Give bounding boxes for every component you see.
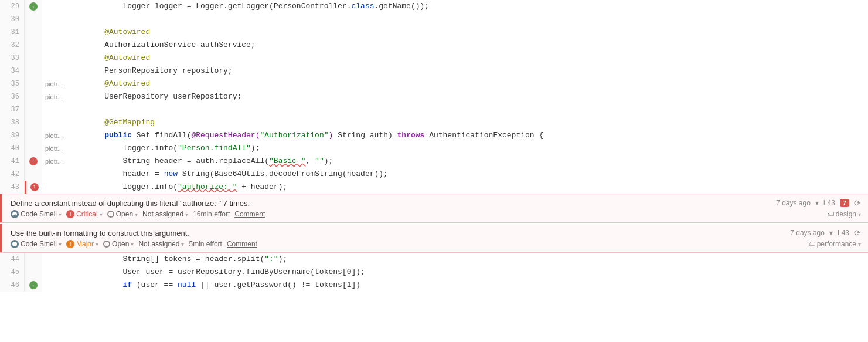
gutter-badge-red2[interactable]: ↑ (30, 183, 39, 191)
tag-icon-2: 🏷 (808, 240, 815, 248)
line-number: 40 (0, 142, 25, 155)
issue-title-1: Define a constant instead of duplicating… (11, 199, 250, 208)
gutter-col (25, 26, 42, 39)
gutter-badge-red[interactable]: ↑ (29, 157, 38, 165)
author-col (42, 116, 80, 129)
major-chevron-2: ▾ (96, 241, 98, 248)
tag-label-1: design (836, 210, 856, 218)
code-content: header = new String(Base64Utils.decodeFr… (80, 168, 868, 181)
author-col (42, 253, 80, 266)
tag-performance-2[interactable]: 🏷 performance ▾ (808, 240, 861, 248)
issue-title-2: Use the built-in formatting to construct… (11, 229, 189, 238)
tag-icon-1: 🏷 (827, 210, 834, 218)
line-number: 37 (0, 103, 25, 116)
author-col (42, 39, 80, 52)
code-content: logger.info("authorize: " + header); (80, 181, 868, 194)
issue-time-chevron-1[interactable]: ▾ (815, 199, 819, 207)
code-content (80, 13, 868, 26)
issue-line-1: L43 (823, 199, 835, 207)
gutter-col (25, 116, 42, 129)
author-col (42, 0, 80, 13)
comment-link-2[interactable]: Comment (227, 240, 257, 248)
issue-line-2: L43 (838, 229, 849, 237)
issue-meta-1: 7 days ago ▾ L43 7 ⟳ (776, 198, 861, 208)
code-line: 29 ↓ Logger logger = Logger.getLogger(Pe… (0, 0, 868, 13)
code-smell-icon-2 (11, 240, 19, 248)
tag-major-2[interactable]: ! Major ▾ (66, 240, 98, 248)
code-smell-label-2: Code Smell (21, 240, 57, 248)
line-number: 35 (0, 77, 25, 90)
line-number: 43 (0, 181, 25, 194)
author-col (42, 13, 80, 26)
gutter-col: ↑ (25, 155, 42, 168)
code-smell-chevron-2: ▾ (59, 241, 62, 248)
code-line: 46 ↓ if (user == null || user.getPasswor… (0, 279, 868, 292)
code-line: 40 piotr... logger.info("Person.findAll"… (0, 142, 868, 155)
tag-open-1[interactable]: Open ▾ (107, 210, 138, 218)
gutter-col: ↑ (25, 181, 42, 194)
gutter-col (25, 168, 42, 181)
tag-code-smell-1[interactable]: ☁ Code Smell ▾ (11, 210, 62, 218)
author-col (42, 279, 80, 292)
major-label-2: Major (76, 240, 94, 248)
open-label-2: Open (112, 240, 129, 248)
comment-link-1[interactable]: Comment (234, 210, 265, 218)
code-line: 41 ↑ piotr... String header = auth.repla… (0, 155, 868, 168)
code-content: public Set findAll(@RequestHeader("Autho… (80, 129, 868, 142)
line-number: 39 (0, 129, 25, 142)
svg-point-2 (12, 242, 17, 246)
code-line: 38 @GetMapping (0, 116, 868, 129)
gutter-col (25, 65, 42, 77)
tag-open-2[interactable]: Open ▾ (103, 240, 134, 248)
line-number: 33 (0, 52, 25, 65)
gutter-col (25, 13, 42, 26)
gutter-col (25, 39, 42, 52)
tag-code-smell-2[interactable]: Code Smell ▾ (11, 240, 62, 248)
gutter-badge-green2[interactable]: ↓ (29, 281, 38, 289)
tag-design-1[interactable]: 🏷 design ▾ (827, 210, 861, 218)
code-content: User user = userRepository.findByUsernam… (80, 266, 868, 279)
author-col (42, 168, 80, 181)
issue-time-chevron-2[interactable]: ▾ (829, 229, 833, 237)
line-number: 34 (0, 65, 25, 77)
tag-chevron-1: ▾ (858, 211, 861, 218)
assignee-chevron-1: ▾ (185, 211, 188, 218)
issue-tags-row-1: ☁ Code Smell ▾ ! Critical ▾ Open (11, 210, 861, 218)
assignee-label-1: Not assigned (142, 210, 183, 218)
issue-sync-2[interactable]: ⟳ (854, 228, 861, 238)
tag-critical-1[interactable]: ! Critical ▾ (66, 210, 103, 218)
issue-content-1: Define a constant instead of duplicating… (2, 194, 868, 222)
issue-sync-1[interactable]: ⟳ (854, 198, 861, 208)
code-line: 36 piotr... UserRepository userRepositor… (0, 90, 868, 103)
critical-label-1: Critical (76, 210, 98, 218)
line-number: 36 (0, 90, 25, 103)
tag-assignee-1[interactable]: Not assigned ▾ (142, 210, 188, 218)
critical-icon-1: ! (66, 210, 74, 218)
open-icon-2 (103, 241, 110, 248)
effort-2: 5min effort (189, 240, 222, 248)
line-number: 29 (0, 0, 25, 13)
assignee-chevron-2: ▾ (181, 241, 184, 248)
code-content: String[] tokens = header.split(":"); (80, 253, 868, 266)
code-area-bottom: 44 String[] tokens = header.split(":"); … (0, 253, 868, 292)
gutter-col: ↓ (25, 279, 42, 292)
gutter-badge-green[interactable]: ↓ (29, 2, 38, 11)
code-line: 45 User user = userRepository.findByUser… (0, 266, 868, 279)
gutter-col (25, 266, 42, 279)
svg-text:☁: ☁ (13, 212, 17, 216)
open-icon-1 (107, 211, 114, 218)
code-content: @Autowired (80, 26, 868, 39)
assignee-label-2: Not assigned (138, 240, 179, 248)
major-icon-2: ! (66, 240, 74, 248)
open-label-1: Open (116, 210, 133, 218)
issue-tags-row-2: Code Smell ▾ ! Major ▾ Open ▾ (11, 240, 861, 248)
line-number: 38 (0, 116, 25, 129)
code-line: 34 PersonRepository repository; (0, 65, 868, 77)
code-content: PersonRepository repository; (80, 65, 868, 77)
tag-assignee-2[interactable]: Not assigned ▾ (138, 240, 184, 248)
code-smell-icon-1: ☁ (11, 210, 19, 218)
author-col (42, 65, 80, 77)
code-area-top: 29 ↓ Logger logger = Logger.getLogger(Pe… (0, 0, 868, 194)
gutter-col (25, 253, 42, 266)
gutter-col (25, 129, 42, 142)
